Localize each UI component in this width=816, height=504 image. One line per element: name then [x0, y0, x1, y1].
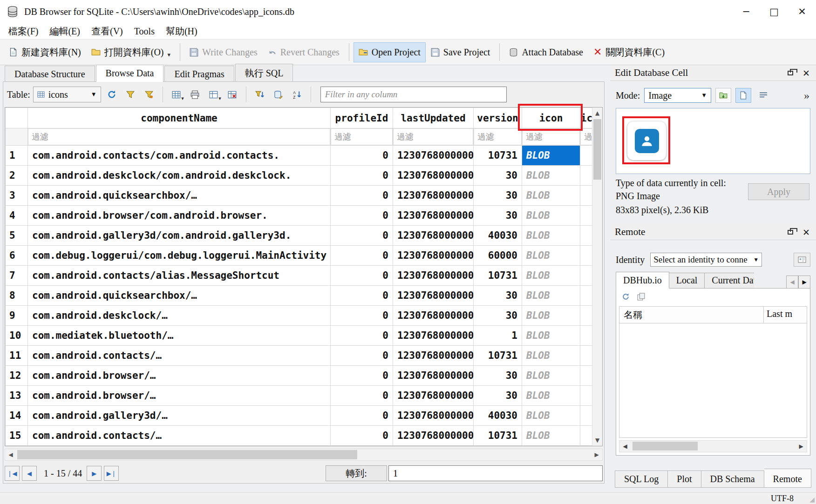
previous-page-button[interactable]: ◀ — [22, 466, 37, 481]
menu-view[interactable]: 查看(V) — [86, 24, 129, 39]
cell-lastupdated[interactable]: 1230768000000 — [393, 166, 474, 186]
scroll-up-arrow-icon[interactable]: ▲ — [592, 108, 602, 119]
filter-componentname-input[interactable]: 過濾 — [28, 128, 331, 146]
cell-version[interactable]: 10731 — [474, 346, 522, 366]
revert-changes-button[interactable]: Revert Changes — [263, 42, 345, 62]
save-project-button[interactable]: Save Project — [426, 42, 496, 62]
cell-icon-blob[interactable]: BLOB — [522, 266, 580, 286]
grid-row-number[interactable]: 7 — [6, 266, 28, 286]
import-certificate-button[interactable] — [794, 253, 810, 267]
cell-overflow[interactable] — [580, 166, 592, 186]
column-header-lastupdated[interactable]: lastUpdated — [393, 108, 474, 128]
panel-overflow-button[interactable]: » — [804, 89, 810, 102]
column-header-componentname[interactable]: componentName — [28, 108, 331, 128]
cell-profileid[interactable]: 0 — [331, 386, 393, 406]
cell-import-button[interactable] — [715, 88, 731, 103]
cell-version[interactable]: 10731 — [474, 266, 522, 286]
cell-componentname[interactable]: com.android.browser/com.android.browser. — [28, 206, 331, 226]
goto-record-button[interactable]: 轉到: — [326, 465, 387, 481]
cell-componentname[interactable]: com.mediatek.bluetooth/… — [28, 326, 331, 346]
column-header-overflow[interactable]: ic — [580, 108, 592, 128]
grid-row-number[interactable]: 8 — [6, 286, 28, 306]
cell-componentname[interactable]: com.android.browser/… — [28, 366, 331, 386]
cell-icon-blob[interactable]: BLOB — [522, 366, 580, 386]
remote-scroll-thumb[interactable] — [632, 442, 698, 450]
cell-lastupdated[interactable]: 1230768000000 — [393, 406, 474, 426]
cell-icon-blob[interactable]: BLOB — [522, 306, 580, 326]
cell-componentname[interactable]: com.android.quicksearchbox/… — [28, 186, 331, 206]
grid-row-number[interactable]: 13 — [6, 386, 28, 406]
cell-version[interactable]: 10731 — [474, 146, 522, 166]
tab-database-structure[interactable]: Database Structure — [5, 66, 95, 82]
cell-icon-blob[interactable]: BLOB — [522, 226, 580, 246]
cell-export-button[interactable] — [735, 88, 751, 103]
menu-tools[interactable]: Tools — [129, 25, 160, 38]
cell-componentname[interactable]: com.android.quicksearchbox/… — [28, 286, 331, 306]
global-filter-input[interactable] — [320, 87, 507, 102]
cell-overflow[interactable] — [580, 226, 592, 246]
close-panel-button[interactable]: ✕ — [799, 67, 813, 79]
cell-icon-blob[interactable]: BLOB — [522, 346, 580, 366]
scroll-right-arrow-icon[interactable]: ▶ — [796, 441, 807, 452]
edit-filters-button[interactable] — [141, 87, 157, 102]
cell-profileid[interactable]: 0 — [331, 206, 393, 226]
menu-file[interactable]: 檔案(F) — [3, 24, 44, 39]
grid-row-number[interactable]: 4 — [6, 206, 28, 226]
cell-overflow[interactable] — [580, 206, 592, 226]
mode-select[interactable]: Image ▼ — [644, 88, 711, 103]
delete-record-button[interactable] — [224, 87, 240, 102]
cell-overflow[interactable] — [580, 426, 592, 446]
cell-profileid[interactable]: 0 — [331, 266, 393, 286]
filter-overflow-input[interactable]: 過濾 — [580, 128, 592, 146]
grid-row-number[interactable]: 1 — [6, 146, 28, 166]
remote-column-last-modified[interactable]: Last m — [764, 307, 807, 323]
cell-profileid[interactable]: 0 — [331, 326, 393, 346]
cell-icon-blob[interactable]: BLOB — [522, 146, 580, 166]
remote-column-name[interactable]: 名稱 — [619, 307, 764, 323]
grid-row-number[interactable]: 15 — [6, 426, 28, 446]
cell-version[interactable]: 30 — [474, 166, 522, 186]
cell-profileid[interactable]: 0 — [331, 226, 393, 246]
grid-row-number[interactable]: 12 — [6, 366, 28, 386]
cell-overflow[interactable] — [580, 186, 592, 206]
grid-row-number[interactable]: 6 — [6, 246, 28, 266]
next-page-button[interactable]: ▶ — [87, 466, 102, 481]
cell-icon-blob[interactable]: BLOB — [522, 386, 580, 406]
cell-componentname[interactable]: com.android.deskclock/com.android.deskcl… — [28, 166, 331, 186]
horizontal-scroll-thumb[interactable] — [17, 450, 357, 459]
cell-overflow[interactable] — [580, 266, 592, 286]
cell-profileid[interactable]: 0 — [331, 306, 393, 326]
filter-version-input[interactable]: 過濾 — [474, 128, 522, 146]
scroll-right-arrow-icon[interactable]: ▶ — [591, 449, 602, 460]
cell-lastupdated[interactable]: 1230768000000 — [393, 306, 474, 326]
cell-version[interactable]: 1 — [474, 326, 522, 346]
grid-row-number[interactable]: 5 — [6, 226, 28, 246]
filter-profileid-input[interactable]: 過濾 — [331, 128, 393, 146]
cell-lastupdated[interactable]: 1230768000000 — [393, 146, 474, 166]
insert-record-button[interactable]: ▾ — [169, 87, 184, 102]
resize-grip-icon[interactable]: ◢ — [809, 496, 815, 503]
table-selector[interactable]: icons ▼ — [33, 87, 101, 102]
open-project-button[interactable]: Open Project — [354, 42, 426, 62]
cell-version[interactable]: 30 — [474, 206, 522, 226]
grid-row-number[interactable]: 10 — [6, 326, 28, 346]
remote-clone-button[interactable] — [637, 293, 645, 301]
cell-icon-blob[interactable]: BLOB — [522, 406, 580, 426]
grid-row-number[interactable]: 2 — [6, 166, 28, 186]
sort-az-button[interactable]: AZ — [289, 87, 305, 102]
open-database-dropdown-caret[interactable]: ▾ — [168, 52, 171, 58]
cell-componentname[interactable]: com.android.contacts/alias.MessageShortc… — [28, 266, 331, 286]
cell-version[interactable]: 40030 — [474, 406, 522, 426]
minimize-button[interactable]: ─ — [732, 0, 760, 23]
cell-icon-blob[interactable]: BLOB — [522, 326, 580, 346]
cell-overflow[interactable] — [580, 326, 592, 346]
cell-overflow[interactable] — [580, 406, 592, 426]
maximize-button[interactable]: □ — [760, 0, 788, 23]
cell-componentname[interactable]: com.android.contacts/com.android.contact… — [28, 146, 331, 166]
export-records-button[interactable]: ▾ — [206, 87, 222, 102]
attach-database-button[interactable]: Attach Database — [504, 42, 588, 62]
close-database-button[interactable]: ✕ 關閉資料庫(C) — [588, 41, 670, 63]
cell-word-wrap-button[interactable] — [755, 88, 771, 103]
tab-execute-sql[interactable]: 執行 SQL — [235, 64, 293, 82]
cell-componentname[interactable]: com.android.deskclock/… — [28, 306, 331, 326]
